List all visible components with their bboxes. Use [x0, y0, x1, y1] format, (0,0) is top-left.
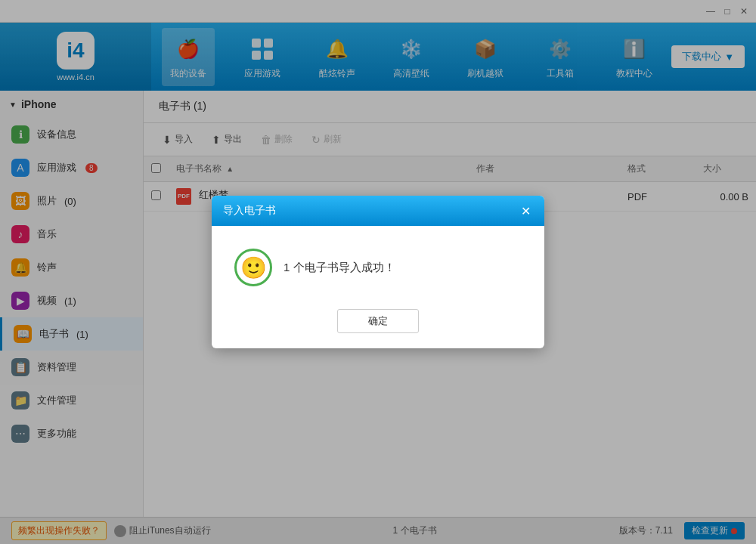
dialog-message: 1 个电子书导入成功！	[284, 261, 395, 275]
dialog-close-button[interactable]: ✕	[518, 203, 533, 218]
success-smiley-icon: 🙂	[234, 249, 272, 286]
import-dialog: 导入电子书 ✕ 🙂 1 个电子书导入成功！ 确定	[212, 196, 544, 348]
dialog-title: 导入电子书	[223, 204, 276, 218]
dialog-footer: 确定	[212, 301, 544, 348]
dialog-overlay: 导入电子书 ✕ 🙂 1 个电子书导入成功！ 确定	[0, 0, 756, 544]
dialog-header: 导入电子书 ✕	[212, 196, 544, 226]
dialog-ok-button[interactable]: 确定	[337, 309, 419, 333]
dialog-body: 🙂 1 个电子书导入成功！	[212, 226, 544, 301]
